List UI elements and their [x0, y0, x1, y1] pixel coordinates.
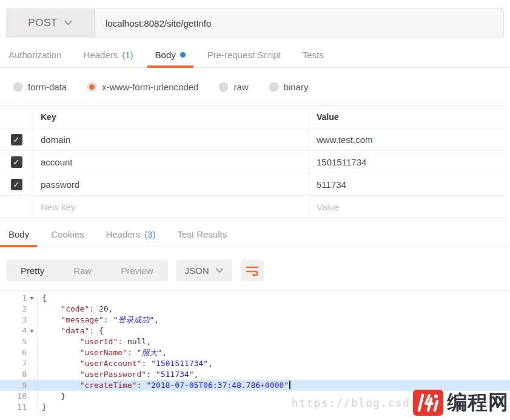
body-mode-radios: form-datax-www-form-urlencodedrawbinary	[0, 68, 510, 105]
key-cell[interactable]: domain	[33, 128, 309, 150]
code-line[interactable]: 2 "code": 20,	[0, 304, 510, 315]
code-text: "userAccount": "1501511734",	[38, 358, 213, 369]
request-tab-pre-request-script[interactable]: Pre-request Script	[200, 50, 289, 67]
code-line[interactable]: 6 "userName": "熊大",	[0, 347, 510, 358]
radio-label: x-www-form-urlencoded	[102, 82, 198, 92]
text-cursor	[289, 381, 290, 389]
fold-spacer	[27, 315, 37, 325]
request-bar: POST localhost:8082/site/getInfo	[6, 8, 504, 38]
tab-count-badge: (1)	[122, 50, 133, 60]
gutter: 2	[0, 304, 38, 315]
wrap-text-icon	[246, 264, 259, 276]
code-line[interactable]: 7 "userAccount": "1501511734",	[0, 358, 510, 369]
code-text: {	[38, 293, 47, 304]
fold-spacer	[27, 402, 37, 413]
code-text: "createTime": "2018-07-05T06:37:48.786+0…	[38, 380, 290, 391]
response-toolbar: PrettyRawPreview JSON	[6, 259, 510, 281]
watermark-brand: 编程网	[447, 389, 509, 416]
line-number: 3	[0, 315, 27, 325]
chevron-down-icon	[215, 268, 224, 273]
radio-label: form-data	[28, 82, 67, 92]
tab-label: Body	[155, 50, 176, 60]
unsaved-dot-icon	[180, 52, 186, 58]
line-number: 4	[0, 325, 27, 336]
fold-arrow-icon[interactable]: ▼	[27, 293, 37, 304]
new-key-input[interactable]: New key	[33, 196, 309, 218]
response-tab-body[interactable]: Body	[0, 229, 37, 247]
url-input[interactable]: localhost:8082/site/getInfo	[95, 9, 503, 37]
code-text: "userId": null,	[38, 336, 151, 347]
code-text: "userName": "熊大",	[38, 347, 167, 358]
language-select[interactable]: JSON	[176, 259, 232, 281]
line-number: 5	[0, 336, 27, 347]
code-text: "code": 20,	[38, 304, 113, 315]
response-tab-cookies[interactable]: Cookies	[43, 229, 92, 247]
line-number: 2	[0, 304, 27, 315]
request-tab-body[interactable]: Body	[147, 50, 193, 67]
fold-spacer	[27, 369, 37, 380]
row-checkbox[interactable]: ✓	[11, 156, 22, 168]
table-row: ✓password511734	[0, 173, 505, 195]
value-cell[interactable]: www.test.com	[309, 128, 505, 150]
radio-label: binary	[284, 82, 309, 92]
body-mode-binary[interactable]: binary	[269, 82, 309, 92]
body-mode-form-data[interactable]: form-data	[13, 82, 67, 92]
check-cell	[0, 196, 33, 218]
tab-count-badge: (3)	[144, 229, 155, 239]
line-number: 7	[0, 358, 27, 369]
line-number: 9	[0, 380, 27, 391]
view-button-pretty[interactable]: Pretty	[6, 259, 59, 281]
language-label: JSON	[185, 265, 209, 276]
value-cell[interactable]: 1501511734	[309, 151, 505, 173]
code-line[interactable]: 5 "userId": null,	[0, 336, 510, 347]
fold-spacer	[27, 304, 37, 315]
code-text: }	[38, 391, 65, 402]
tab-label: Authorization	[8, 50, 62, 60]
new-value-input[interactable]: Value	[309, 196, 505, 218]
view-button-preview[interactable]: Preview	[106, 259, 167, 281]
line-number: 8	[0, 369, 27, 380]
response-tab-headers[interactable]: Headers(3)	[98, 229, 163, 247]
table-header-row: KeyValue	[0, 105, 505, 128]
radio-icon	[13, 82, 22, 92]
row-checkbox[interactable]: ✓	[11, 134, 22, 145]
code-text: }	[38, 402, 47, 413]
method-select[interactable]: POST	[7, 9, 95, 37]
gutter: 6	[0, 347, 38, 358]
wrap-text-button[interactable]	[241, 259, 264, 281]
radio-icon	[269, 82, 278, 92]
tab-label: Cookies	[51, 229, 84, 239]
gutter: 5	[0, 336, 38, 347]
gutter: 10	[0, 391, 38, 402]
body-mode-x-www-form-urlencoded[interactable]: x-www-form-urlencoded	[87, 82, 198, 92]
response-tab-test-results[interactable]: Test Results	[169, 229, 235, 247]
check-cell: ✓	[0, 151, 33, 173]
line-number: 1	[0, 293, 27, 304]
request-tab-authorization[interactable]: Authorization	[8, 50, 70, 67]
line-number: 10	[0, 391, 27, 402]
row-checkbox[interactable]: ✓	[11, 179, 22, 190]
view-button-raw[interactable]: Raw	[59, 259, 106, 281]
tab-label: Pre-request Script	[207, 50, 281, 60]
request-tab-tests[interactable]: Tests	[295, 50, 332, 67]
urlencoded-params-table: KeyValue✓domainwww.test.com✓account15015…	[0, 105, 505, 218]
code-line[interactable]: 8 "userPassword": "511734",	[0, 369, 510, 380]
code-text: "data": {	[38, 325, 104, 336]
code-line[interactable]: 1▼{	[0, 293, 510, 304]
body-mode-raw[interactable]: raw	[219, 82, 248, 92]
request-tab-headers[interactable]: Headers(1)	[76, 50, 141, 67]
brand-logo-icon	[413, 390, 443, 416]
gutter: 7	[0, 358, 38, 369]
key-cell[interactable]: account	[33, 151, 309, 173]
check-cell: ✓	[0, 173, 33, 195]
chevron-down-icon	[64, 20, 73, 26]
gutter: 9	[0, 380, 38, 391]
value-cell[interactable]: 511734	[309, 173, 505, 195]
request-tabs: AuthorizationHeaders(1)BodyPre-request S…	[0, 47, 510, 68]
gutter: 3	[0, 315, 38, 325]
code-line[interactable]: 4▼ "data": {	[0, 325, 510, 336]
code-line[interactable]: 3 "message": "登录成功",	[0, 315, 510, 325]
key-cell[interactable]: password	[33, 173, 309, 195]
fold-arrow-icon[interactable]: ▼	[27, 325, 37, 336]
radio-label: raw	[233, 82, 248, 92]
